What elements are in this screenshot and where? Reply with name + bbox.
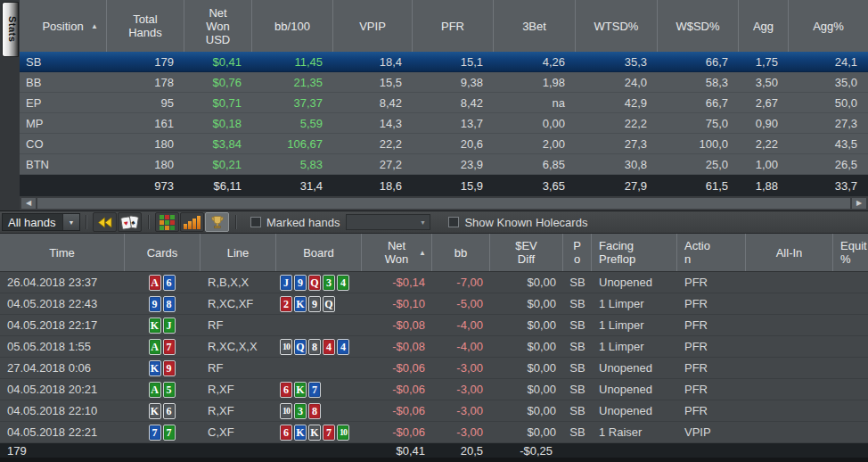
cell-bb: -3,00 (432, 358, 490, 378)
column-header-net-won[interactable]: NetWon▲ (362, 234, 432, 271)
cell-equity (833, 358, 868, 378)
column-header-total-hands[interactable]: TotalHands (107, 0, 184, 52)
hand-row[interactable]: 04.05.2018 20:21A5R,XF6K7-$0,06-3,00$0,0… (0, 379, 868, 400)
column-header-equit[interactable]: Equit% (833, 234, 868, 271)
marked-hands-checkbox[interactable] (250, 217, 261, 227)
cell-cards: 77 (125, 422, 201, 442)
column-header-wtsd[interactable]: WTSD% (576, 0, 658, 52)
position-row-sb[interactable]: SB179$0,4111,4518,415,14,2635,366,71,752… (20, 52, 868, 72)
cell-ev-diff: $0,00 (490, 336, 563, 357)
hand-row[interactable]: 04.05.2018 22:17KJRF-$0,08-4,00$0,00SB1 … (0, 315, 868, 336)
cell-net-won: -$0,06 (362, 358, 432, 378)
playing-card: 8 (308, 339, 321, 355)
cell-pfr: 9,38 (413, 72, 494, 92)
position-row-mp[interactable]: MP161$0,185,5914,313,70,0022,275,00,9027… (20, 113, 868, 134)
column-header-all-in[interactable]: All-In (746, 234, 833, 271)
column-header-w-sd[interactable]: W$SD% (658, 0, 739, 52)
position-row-bb[interactable]: BB178$0,7621,3515,59,381,9824,058,33,503… (20, 72, 868, 93)
marked-hands-dropdown[interactable]: ▼ (346, 214, 430, 230)
cell-wtsd: 24,0 (576, 72, 658, 92)
position-row-co[interactable]: CO180$3,84106,6722,220,62,0027,3100,02,2… (20, 134, 868, 154)
cell-bb-100: 21,35 (252, 72, 333, 92)
cell-facing-preflop: Unopened (592, 400, 677, 421)
column-header-bb[interactable]: bb (432, 234, 490, 271)
column-header-pfr[interactable]: PFR (413, 0, 494, 52)
show-known-holecards-checkbox[interactable] (448, 217, 459, 227)
horizontal-scrollbar[interactable]: ◀ ▶ (20, 196, 868, 210)
column-header-line[interactable]: Line (201, 234, 276, 271)
column-header-time[interactable]: Time (0, 234, 125, 271)
playing-card: 6 (163, 275, 176, 291)
chevron-down-icon[interactable]: ▼ (415, 215, 430, 229)
cell-position: MP (20, 113, 107, 133)
column-header-cards[interactable]: Cards (125, 234, 201, 271)
cell-position: EP (20, 93, 107, 112)
column-header-bb-100[interactable]: bb/100 (252, 0, 333, 52)
cell-action: PFR (677, 315, 746, 335)
cell-equity (833, 336, 868, 357)
hand-row[interactable]: 27.04.2018 0:06K9RF-$0,06-3,00$0,00SBUno… (0, 358, 868, 379)
cell-3bet: 6,85 (494, 154, 576, 174)
column-header-p-o[interactable]: Po (563, 234, 592, 271)
cell-facing-preflop: 1 Raiser (592, 422, 677, 442)
column-header-agg[interactable]: Agg (739, 0, 789, 52)
tab-stats[interactable]: Stats (2, 2, 19, 57)
column-header-actio-n[interactable]: Action (677, 234, 746, 271)
cell-line: RF (201, 358, 276, 378)
summary-bb: 20,5 (432, 444, 490, 458)
playing-card: 4 (323, 339, 335, 355)
cell-net-won-usd: $0,76 (184, 72, 252, 92)
column-header-ev-diff[interactable]: $EVDiff (490, 234, 563, 271)
replay-hand-button[interactable] (93, 212, 117, 232)
cell-equity (833, 272, 868, 293)
cell-action: VPIP (677, 422, 746, 442)
cell-action: PFR (677, 272, 746, 293)
hand-row[interactable]: 04.05.2018 22:2177C,XF6KK710-$0,06-3,00$… (0, 422, 868, 443)
show-holecards-button[interactable]: ♥♠ (118, 212, 142, 232)
hand-row[interactable]: 04.05.2018 22:4398R,XC,XF2K9Q-$0,10-5,00… (0, 293, 868, 315)
chart-view-button[interactable] (180, 212, 204, 232)
totals-cell-agg: 33,7 (789, 175, 868, 196)
cell-board: 2K9Q (276, 293, 362, 314)
position-row-btn[interactable]: BTN180$0,215,8327,223,96,8530,825,01,002… (20, 154, 868, 175)
cell-net-won: -$0,06 (362, 379, 432, 400)
playing-card: 8 (163, 296, 176, 312)
cell-agg: 3,50 (739, 72, 789, 92)
cell-net-won: -$0,08 (362, 315, 432, 335)
scrollbar-thumb[interactable] (37, 198, 850, 209)
scroll-right-icon[interactable]: ▶ (852, 198, 866, 209)
cell-cards: A5 (125, 379, 201, 400)
column-header-3bet[interactable]: 3Bet (494, 0, 576, 52)
grid-view-button[interactable] (155, 212, 179, 232)
hand-row[interactable]: 04.05.2018 22:10K6R,XF1038-$0,06-3,00$0,… (0, 400, 868, 422)
cell-net-won: -$0,10 (362, 293, 432, 314)
tourney-results-button[interactable] (205, 212, 229, 232)
column-header-position[interactable]: Position▲ (20, 0, 107, 52)
scroll-left-icon[interactable]: ◀ (21, 198, 36, 209)
hand-row[interactable]: 05.05.2018 1:55A7R,XC,X,X10Q844-$0,08-4,… (0, 336, 868, 358)
cell-position: SB (563, 422, 592, 442)
cell-total-hands: 180 (107, 134, 184, 153)
hands-filter-dropdown[interactable]: All hands ▼ (2, 213, 80, 231)
sort-asc-icon: ▲ (91, 20, 98, 33)
hands-table-body: 26.04.2018 23:37A6R,B,X,XJ9Q34-$0,14-7,0… (0, 272, 868, 443)
playing-card: 10 (280, 403, 292, 419)
column-header-board[interactable]: Board (276, 234, 362, 271)
position-row-ep[interactable]: EP95$0,7137,378,428,42na42,966,72,6750,0 (20, 93, 868, 113)
hand-row[interactable]: 26.04.2018 23:37A6R,B,X,XJ9Q34-$0,14-7,0… (0, 272, 868, 293)
cell-net-won: -$0,06 (362, 422, 432, 442)
column-header-facing-preflop[interactable]: FacingPreflop (592, 234, 677, 271)
column-header-net-won-usd[interactable]: NetWonUSD (184, 0, 252, 52)
cell-vpip: 15,5 (333, 72, 413, 92)
playing-card: K (149, 403, 161, 419)
playing-card: 6 (280, 425, 292, 441)
column-header-agg[interactable]: Agg% (789, 0, 868, 52)
playing-card: 4 (337, 275, 349, 291)
chevron-down-icon[interactable]: ▼ (62, 214, 79, 230)
playing-card: A (149, 382, 161, 398)
cell-line: R,XC,XF (201, 293, 276, 314)
column-header-vpip[interactable]: VPIP (333, 0, 413, 52)
cell-all-in (746, 272, 833, 293)
totals-cell-wtsd: 27,9 (576, 175, 658, 196)
totals-cell-bb-100: 31,4 (252, 175, 333, 196)
